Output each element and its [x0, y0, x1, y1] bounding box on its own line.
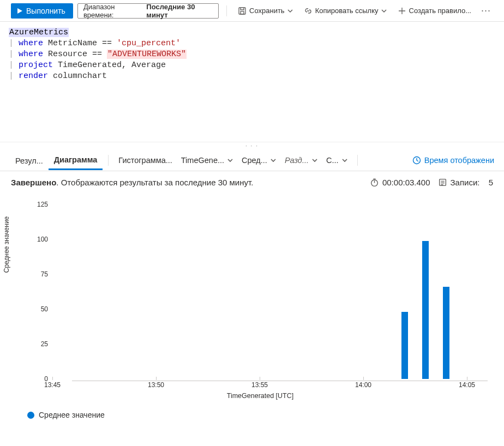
chevron-down-icon — [342, 158, 347, 163]
x-tick-label: 14:00 — [355, 381, 371, 389]
y-tick-label: 75 — [41, 270, 48, 278]
y-tick-label: 50 — [41, 305, 48, 313]
time-range-prefix: Диапазон времени: — [83, 3, 142, 19]
x-axis-ticks: 13:4513:5013:5514:0014:05 — [52, 379, 488, 389]
status-text: Завершено. Отображаются результаты за по… — [11, 178, 362, 187]
legend-label: Среднее значение — [39, 411, 105, 419]
status-bar: Завершено. Отображаются результаты за по… — [0, 171, 504, 194]
create-rule-button[interactable]: Создать правило... — [394, 4, 475, 17]
x-tick-label: 13:50 — [148, 381, 164, 389]
chevron-down-icon — [227, 158, 233, 163]
save-icon — [238, 7, 247, 15]
records-stat: Записи: 5 — [438, 178, 493, 187]
save-label: Сохранить — [249, 7, 285, 15]
tab-diagram[interactable]: Диаграмма — [49, 150, 103, 170]
aggregation-selector[interactable]: С... — [322, 156, 352, 165]
chevron-down-icon — [381, 8, 387, 14]
copy-link-label: Копировать ссылку — [315, 7, 379, 15]
chart-bar[interactable] — [422, 241, 429, 379]
chart-bars — [52, 204, 488, 379]
time-range-selector[interactable]: Диапазон времени: Последние 30 минут — [77, 3, 219, 19]
link-icon — [304, 7, 313, 15]
duration-stat: 00:00:03.400 — [370, 178, 430, 187]
records-icon — [438, 178, 447, 187]
run-button[interactable]: Выполнить — [11, 3, 73, 19]
chart-bar[interactable] — [443, 287, 449, 379]
editor-table: AzureMetrics — [9, 28, 69, 37]
chart-plot-area: 0255075100125 — [52, 204, 488, 379]
y-axis-label: Среднее значение — [3, 216, 10, 273]
query-editor[interactable]: AzureMetrics | where MetricName == 'cpu_… — [0, 22, 504, 142]
chart-legend: Среднее значение — [0, 401, 504, 419]
toolbar-separator — [226, 5, 227, 16]
more-button[interactable]: ··· — [479, 5, 493, 16]
tab-separator — [108, 155, 109, 166]
x-tick-label: 14:05 — [459, 381, 475, 389]
split-by-selector[interactable]: Разд... — [280, 156, 322, 165]
y-tick-label: 100 — [37, 236, 48, 243]
toolbar: Выполнить Диапазон времени: Последние 30… — [0, 0, 504, 22]
tab-results[interactable]: Резул... — [10, 151, 49, 170]
splitter-handle[interactable]: · · · — [0, 142, 504, 149]
x-tick-label: 13:55 — [251, 381, 268, 389]
chart-bar[interactable] — [401, 312, 408, 379]
plus-icon — [398, 7, 406, 15]
x-axis-selector[interactable]: TimeGene... — [177, 156, 237, 165]
display-time-button[interactable]: Время отображени — [412, 156, 494, 165]
x-axis-label: TimeGenerated [UTC] — [33, 392, 488, 400]
chevron-down-icon — [287, 8, 293, 14]
copy-link-button[interactable]: Копировать ссылку — [301, 4, 390, 17]
chevron-down-icon — [271, 158, 276, 163]
y-tick-label: 25 — [41, 340, 48, 348]
x-tick-label: 13:45 — [44, 381, 61, 389]
svg-rect-1 — [241, 11, 244, 14]
create-rule-label: Создать правило... — [409, 7, 471, 15]
legend-marker — [27, 412, 34, 419]
svg-rect-0 — [239, 8, 245, 14]
chart-container: Среднее значение 0255075100125 13:4513:5… — [0, 194, 504, 401]
y-axis-selector[interactable]: Сред... — [237, 156, 280, 165]
save-button[interactable]: Сохранить — [235, 4, 296, 17]
clock-icon — [412, 156, 421, 165]
chevron-down-icon — [312, 158, 317, 163]
play-icon — [16, 8, 23, 14]
chart-type-selector[interactable]: Гистограмма... — [114, 156, 176, 165]
stopwatch-icon — [370, 178, 379, 187]
results-tab-bar: Резул... Диаграмма Гистограмма... TimeGe… — [0, 149, 504, 171]
tab-separator — [357, 155, 358, 166]
y-tick-label: 125 — [37, 201, 48, 208]
run-label: Выполнить — [26, 7, 65, 15]
time-range-value: Последние 30 минут — [146, 3, 213, 19]
